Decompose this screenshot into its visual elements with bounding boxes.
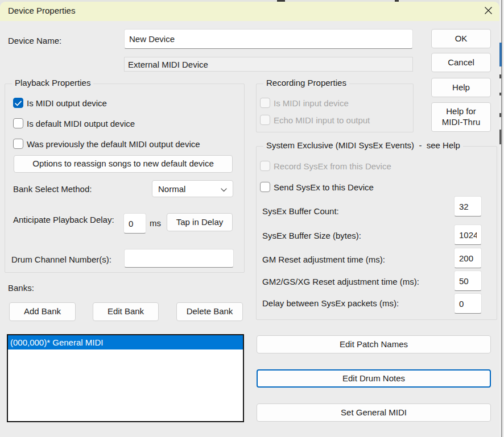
record-sysex-label: Record SysEx from this Device <box>274 161 391 171</box>
sysex-packet-delay-input[interactable] <box>454 293 482 314</box>
sysex-buffer-count-input[interactable] <box>454 196 482 217</box>
device-properties-dialog: Device Properties Device Name: External … <box>0 2 499 437</box>
gm2-reset-time-label: GM2/GS/XG Reset adjustment time (ms): <box>262 277 419 286</box>
sysex-buffer-size-input[interactable] <box>454 224 482 245</box>
playback-properties-title: Playback Properties <box>12 78 93 88</box>
chevron-down-icon <box>221 184 227 194</box>
playback-properties-group: Playback Properties <box>5 84 245 273</box>
is-midi-input-checkbox <box>260 98 270 108</box>
gm-reset-time-input[interactable] <box>454 248 482 268</box>
is-default-midi-output-label: Is default MIDI output device <box>27 119 135 128</box>
send-sysex-label: Send SysEx to this Device <box>274 182 374 192</box>
anticipate-delay-unit: ms <box>150 218 161 228</box>
bank-select-value: Normal <box>158 184 185 194</box>
gm2-reset-time-input[interactable] <box>454 270 482 291</box>
sysex-buffer-count-label: SysEx Buffer Count: <box>262 206 339 216</box>
anticipate-delay-label: Anticipate Playback Delay: <box>13 215 114 224</box>
delete-bank-button[interactable]: Delete Bank <box>176 302 243 321</box>
device-name-label: Device Name: <box>8 36 61 45</box>
recording-properties-title: Recording Properties <box>263 78 349 88</box>
cancel-button[interactable]: Cancel <box>431 53 491 72</box>
help-midi-thru-button[interactable]: Help for MIDI-Thru <box>431 102 491 132</box>
ok-button[interactable]: OK <box>431 29 491 48</box>
help-button[interactable]: Help <box>431 78 491 97</box>
is-default-midi-output-checkbox[interactable] <box>13 118 23 128</box>
edit-bank-button[interactable]: Edit Bank <box>93 302 159 321</box>
background-window-edge <box>499 0 504 437</box>
device-type-field: External MIDI Device <box>124 57 413 72</box>
edit-patch-names-button[interactable]: Edit Patch Names <box>257 335 491 353</box>
was-previous-default-checkbox[interactable] <box>13 139 23 149</box>
is-midi-output-checkbox[interactable] <box>13 98 23 108</box>
set-general-midi-button[interactable]: Set General MIDI <box>257 403 491 422</box>
echo-midi-input-label: Echo MIDI input to output <box>274 115 370 125</box>
edit-drum-notes-button[interactable]: Edit Drum Notes <box>257 369 491 388</box>
banks-listbox[interactable]: (000,000)* General MIDI <box>7 334 244 422</box>
sysex-title: System Exclusive (MIDI SysEx Events) - s… <box>263 140 463 150</box>
send-sysex-checkbox[interactable] <box>260 182 270 192</box>
sysex-packet-delay-label: Delay between SysEx packets (ms): <box>262 298 399 308</box>
tap-in-delay-button[interactable]: Tap in Delay <box>167 213 233 231</box>
titlebar: Device Properties <box>0 2 499 21</box>
bank-list-item[interactable]: (000,000)* General MIDI <box>8 335 243 349</box>
screen: Device Properties Device Name: External … <box>0 0 504 437</box>
record-sysex-checkbox <box>260 161 270 171</box>
echo-midi-input-checkbox <box>260 115 270 125</box>
banks-label: Banks: <box>8 283 34 293</box>
sysex-buffer-size-label: SysEx Buffer Size (bytes): <box>262 231 361 240</box>
check-icon <box>15 98 22 108</box>
drum-channel-label: Drum Channel Number(s): <box>11 255 111 264</box>
close-button[interactable] <box>477 2 499 21</box>
close-icon <box>484 6 493 16</box>
drum-channel-input[interactable] <box>124 249 234 268</box>
was-previous-default-label: Was previously the default MIDI output d… <box>27 139 200 149</box>
bank-select-dropdown[interactable]: Normal <box>152 180 233 197</box>
gm-reset-time-label: GM Reset adjustment time (ms): <box>262 255 385 264</box>
is-midi-input-label: Is MIDI input device <box>274 98 349 108</box>
reassign-songs-button[interactable]: Options to reassign songs to new default… <box>14 155 233 173</box>
anticipate-delay-input[interactable] <box>123 213 146 234</box>
bank-select-method-label: Bank Select Method: <box>13 184 92 194</box>
dialog-title: Device Properties <box>8 6 75 15</box>
add-bank-button[interactable]: Add Bank <box>9 302 76 321</box>
device-name-input[interactable] <box>124 29 413 49</box>
recording-properties-group: Recording Properties <box>256 84 414 132</box>
is-midi-output-label: Is MIDI output device <box>27 98 107 108</box>
